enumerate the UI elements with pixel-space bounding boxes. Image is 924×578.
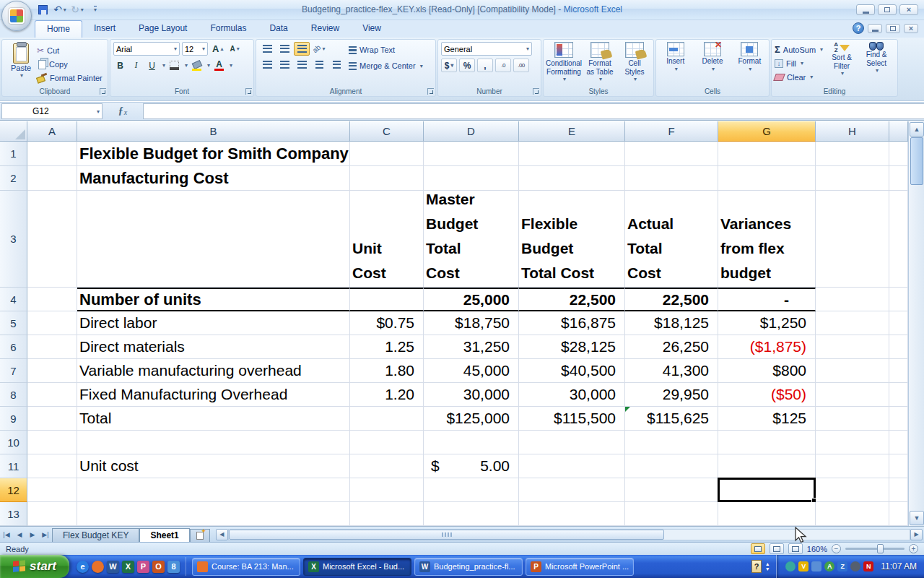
cell-x11[interactable] (889, 454, 908, 478)
row-header-13[interactable]: 13 (0, 502, 27, 526)
increase-indent-button[interactable] (328, 58, 344, 72)
cell-F6[interactable]: 26,250 (625, 335, 718, 359)
cell-E1[interactable] (519, 142, 625, 166)
tab-page-layout[interactable]: Page Layout (127, 20, 199, 38)
cell-A6[interactable] (27, 335, 77, 359)
cell-F7[interactable]: 41,300 (625, 359, 718, 383)
quicklaunch-publisher-icon[interactable]: P (137, 561, 149, 573)
cell-A2[interactable] (27, 166, 77, 191)
cell-H6[interactable] (816, 335, 889, 359)
format-painter-button[interactable]: Format Painter (37, 72, 103, 84)
copy-button[interactable]: Copy (37, 59, 103, 70)
cell-B2[interactable]: Manufacturing Cost (77, 166, 350, 191)
align-left-button[interactable] (259, 58, 275, 72)
comma-style-button[interactable]: , (477, 59, 493, 72)
cell-B3[interactable] (77, 191, 350, 288)
close-button[interactable]: × (899, 4, 918, 15)
cell-C3[interactable]: UnitCost (350, 191, 424, 288)
page-layout-view-button[interactable] (770, 543, 784, 554)
horizontal-scrollbar[interactable]: ◀ ▶ (216, 528, 923, 541)
cell-D10[interactable] (424, 431, 519, 454)
cell-G10[interactable] (718, 431, 816, 454)
align-top-button[interactable] (259, 42, 275, 56)
task-button-word[interactable]: WBudgeting_practice-fl... (414, 558, 523, 576)
cell-H11[interactable] (816, 454, 889, 478)
find-select-button[interactable]: Find & Select▾ (860, 42, 892, 85)
cell-D4[interactable]: 25,000 (424, 288, 519, 311)
column-header-H[interactable]: H (816, 121, 889, 142)
tray-agent-icon[interactable]: A (824, 561, 834, 571)
tab-insert[interactable]: Insert (82, 20, 127, 38)
cell-F12[interactable] (625, 478, 718, 502)
cell-A9[interactable] (27, 407, 77, 431)
cell-H1[interactable] (816, 142, 889, 166)
cell-x8[interactable] (889, 383, 908, 407)
autosum-button[interactable]: ΣAutoSum▾ (775, 43, 823, 56)
cell-D8[interactable]: 30,000 (424, 383, 519, 407)
quicklaunch-word-icon[interactable]: W (107, 561, 119, 573)
cell-B5[interactable]: Direct labor (77, 311, 350, 335)
fill-button[interactable]: ↓Fill▾ (775, 57, 823, 69)
cell-H3[interactable] (816, 191, 889, 288)
last-sheet-button[interactable]: ▶| (39, 528, 52, 541)
font-dialog-launcher[interactable] (245, 88, 252, 95)
cell-H9[interactable] (816, 407, 889, 431)
insert-cells-button[interactable]: Insert▾ (659, 42, 692, 85)
cell-F4[interactable]: 22,500 (625, 288, 718, 311)
insert-function-button[interactable]: ƒ x (103, 105, 143, 117)
cell-G6[interactable]: ($1,875) (718, 335, 816, 359)
task-button-firefox[interactable]: Course: BA 213: Man... (192, 558, 300, 576)
cell-G7[interactable]: $800 (718, 359, 816, 383)
cell-F2[interactable] (625, 166, 718, 191)
column-header-D[interactable]: D (424, 121, 519, 142)
doc-minimize-button[interactable] (868, 24, 882, 33)
cell-E5[interactable]: $16,875 (519, 311, 625, 335)
quicklaunch-excel-icon[interactable]: X (122, 561, 134, 573)
help-button[interactable]: ? (853, 22, 864, 34)
format-as-table-button[interactable]: Format as Table▾ (584, 42, 616, 85)
column-header-F[interactable]: F (625, 121, 718, 142)
cell-A7[interactable] (27, 359, 77, 383)
quicklaunch-outlook-icon[interactable]: O (152, 561, 165, 573)
increase-decimal-button[interactable]: .0 (495, 59, 511, 72)
cell-x13[interactable] (889, 502, 908, 526)
cell-E9[interactable]: $115,500 (519, 407, 625, 431)
cell-x6[interactable] (889, 335, 908, 359)
horizontal-scroll-thumb[interactable] (229, 530, 665, 540)
cell-B11[interactable]: Unit cost (77, 454, 350, 478)
cell-G2[interactable] (718, 166, 816, 191)
cell-D3[interactable]: MasterBudgetTotalCost (424, 191, 519, 288)
cell-E8[interactable]: 30,000 (519, 383, 625, 407)
page-break-view-button[interactable] (788, 543, 803, 554)
merge-center-button[interactable]: Merge & Center▾ (349, 60, 423, 72)
cell-H5[interactable] (816, 311, 889, 335)
cell-C12[interactable] (350, 478, 424, 502)
undo-button[interactable]: ↶▾ (53, 3, 66, 16)
cell-C7[interactable]: 1.80 (350, 359, 424, 383)
tray-tool-icon[interactable] (811, 561, 821, 571)
cell-D1[interactable] (424, 142, 519, 166)
scroll-right-button[interactable]: ▶ (910, 529, 923, 540)
tab-formulas[interactable]: Formulas (199, 20, 258, 38)
cell-B10[interactable] (77, 431, 350, 454)
cell-F3[interactable]: ActualTotalCost (625, 191, 718, 288)
row-header-7[interactable]: 7 (0, 359, 27, 383)
hide-icons-chevron[interactable]: ▴▾ (766, 561, 769, 571)
cell-D13[interactable] (424, 502, 519, 526)
cell-G3[interactable]: Variancesfrom flexbudget (718, 191, 816, 288)
cell-C8[interactable]: 1.20 (350, 383, 424, 407)
cell-x1[interactable] (889, 142, 908, 166)
cell-A4[interactable] (27, 288, 77, 311)
cell-F1[interactable] (625, 142, 718, 166)
cell-E4[interactable]: 22,500 (519, 288, 625, 311)
cell-F8[interactable]: 29,950 (625, 383, 718, 407)
first-sheet-button[interactable]: |◀ (0, 528, 13, 541)
row-header-2[interactable]: 2 (0, 166, 27, 191)
cell-H2[interactable] (816, 166, 889, 191)
cell-x9[interactable] (889, 407, 908, 431)
cell-B4[interactable]: Number of units (77, 288, 350, 311)
task-button-powerpoint[interactable]: PMicrosoft PowerPoint ... (526, 558, 634, 576)
cell-E7[interactable]: $40,500 (519, 359, 625, 383)
align-right-button[interactable] (294, 58, 310, 72)
column-header-G[interactable]: G (718, 121, 816, 142)
